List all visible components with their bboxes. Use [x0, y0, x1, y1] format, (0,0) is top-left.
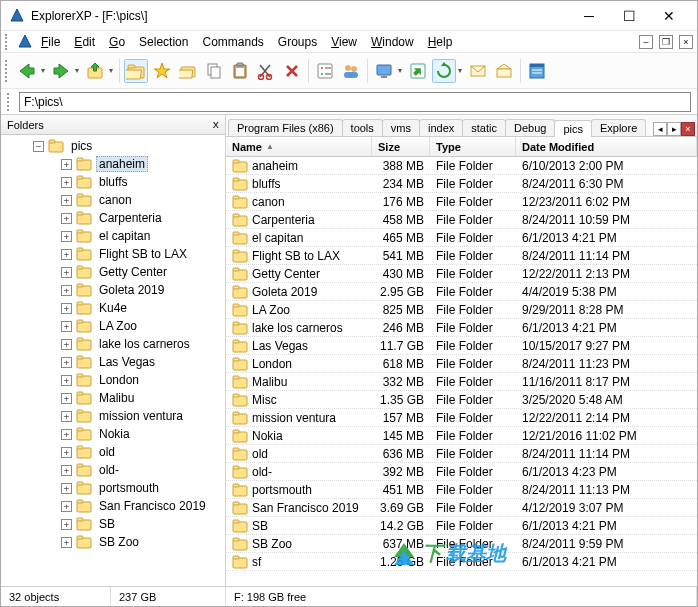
- column-size[interactable]: Size: [372, 137, 430, 156]
- menu-file[interactable]: File: [35, 33, 66, 51]
- expand-icon[interactable]: [61, 393, 72, 404]
- mail-open-button[interactable]: [492, 59, 516, 83]
- expand-icon[interactable]: [61, 501, 72, 512]
- file-row[interactable]: canon176 MBFile Folder12/23/2011 6:02 PM: [226, 193, 697, 211]
- file-row[interactable]: Goleta 20192.95 GBFile Folder4/4/2019 5:…: [226, 283, 697, 301]
- back-button[interactable]: [15, 59, 39, 83]
- folder-tree[interactable]: picsanaheimbluffscanonCarpenteriael capi…: [1, 135, 225, 586]
- expand-icon[interactable]: [61, 537, 72, 548]
- expand-icon[interactable]: [61, 447, 72, 458]
- menu-edit[interactable]: Edit: [68, 33, 101, 51]
- tree-item[interactable]: lake los carneros: [5, 335, 225, 353]
- tab[interactable]: vms: [382, 119, 420, 136]
- tree-item[interactable]: anaheim: [5, 155, 225, 173]
- expand-icon[interactable]: [61, 285, 72, 296]
- up-dropdown[interactable]: ▾: [107, 66, 115, 75]
- tree-item[interactable]: SB Zoo: [5, 533, 225, 551]
- tree-item[interactable]: Nokia: [5, 425, 225, 443]
- expand-icon[interactable]: [61, 519, 72, 530]
- file-row[interactable]: lake los carneros246 MBFile Folder6/1/20…: [226, 319, 697, 337]
- tree-item[interactable]: Las Vegas: [5, 353, 225, 371]
- column-type[interactable]: Type: [430, 137, 516, 156]
- address-input[interactable]: [19, 92, 691, 112]
- expand-icon[interactable]: [61, 411, 72, 422]
- tab[interactable]: Explore: [591, 119, 646, 136]
- file-row[interactable]: old636 MBFile Folder8/24/2011 11:14 PM: [226, 445, 697, 463]
- tree-item[interactable]: portsmouth: [5, 479, 225, 497]
- tab-scroll-left-button[interactable]: ◂: [653, 122, 667, 136]
- tab[interactable]: tools: [342, 119, 383, 136]
- refresh-button[interactable]: [432, 59, 456, 83]
- file-row[interactable]: London618 MBFile Folder8/24/2011 11:23 P…: [226, 355, 697, 373]
- file-row[interactable]: SB Zoo637 MBFile Folder8/24/2011 9:59 PM: [226, 535, 697, 553]
- tree-item[interactable]: bluffs: [5, 173, 225, 191]
- up-button[interactable]: [83, 59, 107, 83]
- tab[interactable]: Program Files (x86): [228, 119, 343, 136]
- properties-button[interactable]: [313, 59, 337, 83]
- maximize-button[interactable]: ☐: [609, 2, 649, 30]
- tab[interactable]: index: [419, 119, 463, 136]
- expand-icon[interactable]: [61, 249, 72, 260]
- tree-item[interactable]: old: [5, 443, 225, 461]
- tree-item[interactable]: canon: [5, 191, 225, 209]
- tab-scroll-right-button[interactable]: ▸: [667, 122, 681, 136]
- menu-window[interactable]: Window: [365, 33, 420, 51]
- mail-button[interactable]: [466, 59, 490, 83]
- file-row[interactable]: el capitan465 MBFile Folder6/1/2013 4:21…: [226, 229, 697, 247]
- copy-button[interactable]: [202, 59, 226, 83]
- tree-item[interactable]: Carpenteria: [5, 209, 225, 227]
- menu-help[interactable]: Help: [422, 33, 459, 51]
- tab-close-button[interactable]: ×: [681, 122, 695, 136]
- column-date[interactable]: Date Modified: [516, 137, 697, 156]
- expand-icon[interactable]: [61, 375, 72, 386]
- windows-button[interactable]: [525, 59, 549, 83]
- refresh-dropdown[interactable]: ▾: [456, 66, 464, 75]
- file-row[interactable]: bluffs234 MBFile Folder8/24/2011 6:30 PM: [226, 175, 697, 193]
- tree-item[interactable]: mission ventura: [5, 407, 225, 425]
- file-row[interactable]: Carpenteria458 MBFile Folder8/24/2011 10…: [226, 211, 697, 229]
- forward-button[interactable]: [49, 59, 73, 83]
- tree-item[interactable]: el capitan: [5, 227, 225, 245]
- menu-groups[interactable]: Groups: [272, 33, 323, 51]
- tab[interactable]: Debug: [505, 119, 555, 136]
- menu-commands[interactable]: Commands: [196, 33, 269, 51]
- grip-handle[interactable]: [5, 34, 11, 50]
- tree-item[interactable]: Goleta 2019: [5, 281, 225, 299]
- monitor-dropdown[interactable]: ▾: [396, 66, 404, 75]
- tree-item[interactable]: Flight SB to LAX: [5, 245, 225, 263]
- expand-icon[interactable]: [61, 303, 72, 314]
- expand-icon[interactable]: [61, 231, 72, 242]
- menu-view[interactable]: View: [325, 33, 363, 51]
- monitor-button[interactable]: [372, 59, 396, 83]
- file-row[interactable]: Flight SB to LAX541 MBFile Folder8/24/20…: [226, 247, 697, 265]
- forward-dropdown[interactable]: ▾: [73, 66, 81, 75]
- delete-button[interactable]: [280, 59, 304, 83]
- file-list[interactable]: anaheim388 MBFile Folder6/10/2013 2:00 P…: [226, 157, 697, 586]
- file-row[interactable]: anaheim388 MBFile Folder6/10/2013 2:00 P…: [226, 157, 697, 175]
- file-row[interactable]: portsmouth451 MBFile Folder8/24/2011 11:…: [226, 481, 697, 499]
- mdi-minimize-button[interactable]: –: [639, 35, 653, 49]
- file-row[interactable]: SB14.2 GBFile Folder6/1/2013 4:21 PM: [226, 517, 697, 535]
- expand-icon[interactable]: [61, 177, 72, 188]
- mdi-close-button[interactable]: ×: [679, 35, 693, 49]
- file-row[interactable]: Nokia145 MBFile Folder12/21/2016 11:02 P…: [226, 427, 697, 445]
- file-row[interactable]: LA Zoo825 MBFile Folder9/29/2011 8:28 PM: [226, 301, 697, 319]
- minimize-button[interactable]: ─: [569, 2, 609, 30]
- favorites-button[interactable]: [150, 59, 174, 83]
- expand-icon[interactable]: [61, 483, 72, 494]
- users-button[interactable]: [339, 59, 363, 83]
- file-row[interactable]: San Francisco 20193.69 GBFile Folder4/12…: [226, 499, 697, 517]
- file-row[interactable]: Getty Center430 MBFile Folder12/22/2011 …: [226, 265, 697, 283]
- expand-icon[interactable]: [61, 195, 72, 206]
- tab[interactable]: pics: [554, 120, 592, 137]
- tab[interactable]: static: [462, 119, 506, 136]
- tree-item[interactable]: Ku4e: [5, 299, 225, 317]
- tree-item[interactable]: old-: [5, 461, 225, 479]
- tree-item[interactable]: LA Zoo: [5, 317, 225, 335]
- expand-icon[interactable]: [61, 213, 72, 224]
- window-arrow-button[interactable]: [406, 59, 430, 83]
- tree-root[interactable]: pics: [5, 137, 225, 155]
- tree-item[interactable]: SB: [5, 515, 225, 533]
- expand-icon[interactable]: [61, 321, 72, 332]
- back-dropdown[interactable]: ▾: [39, 66, 47, 75]
